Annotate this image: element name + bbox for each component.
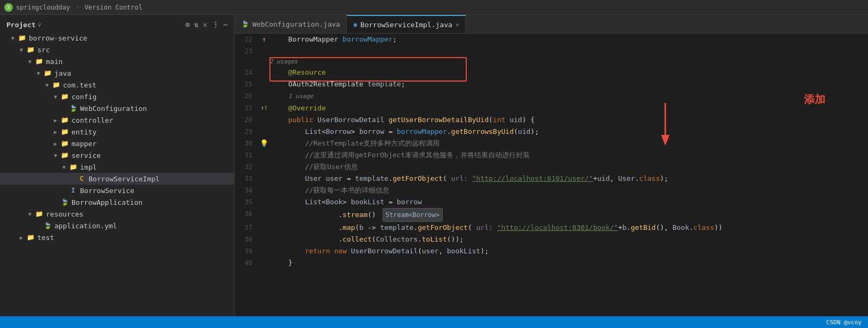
sidebar-item-com-test[interactable]: ▼ 📁 com.test <box>0 79 234 91</box>
sidebar-item-application-yml[interactable]: 🍃 application.yml <box>0 220 234 231</box>
sidebar-item-resources[interactable]: ▼ 📁 resources <box>0 208 234 220</box>
sidebar-label-controller: controller <box>71 116 113 124</box>
code-content-39: return new UserBorrowDetail(user, bookLi… <box>269 245 868 257</box>
minimize-icon[interactable]: − <box>224 20 228 29</box>
code-line-27: 27 ↑! @Override <box>235 102 868 114</box>
sidebar-title: Project <box>6 21 36 29</box>
tab-web-configuration[interactable]: 🍃 WebConfiguration.java <box>235 15 347 33</box>
sidebar-item-service[interactable]: ▼ 📁 service <box>0 149 234 161</box>
add-icon[interactable]: ⊕ <box>185 20 189 29</box>
tab-java-icon-borrow-impl: ◉ <box>353 21 357 28</box>
sidebar-label-web-configuration: WebConfiguration <box>80 105 147 113</box>
code-content-27: @Override <box>269 102 868 114</box>
sidebar-item-controller[interactable]: ▶ 📁 controller <box>0 114 234 126</box>
code-block-24-25: 2 usages 24 @Resource 25 OAuth2RestTempl… <box>235 57 868 90</box>
sidebar-item-borrow-service[interactable]: ▼ 📁 borrow-service <box>0 32 234 44</box>
status-bar: CSDN @vcoy <box>0 316 868 328</box>
project-name: springcloudday <box>16 4 70 11</box>
sidebar-label-java: java <box>54 69 71 77</box>
folder-icon-mapper: 📁 <box>60 139 69 148</box>
code-line-36: 36 .stream() Stream<Borrow> <box>235 208 868 222</box>
code-content-35: List<Book> bookList = borrow <box>269 196 868 208</box>
code-content-40: } <box>269 257 868 269</box>
top-bar-left: S springcloudday · Version Control <box>4 3 142 12</box>
code-line-24: 24 @Resource <box>235 67 868 78</box>
folder-icon-impl: 📁 <box>68 162 78 172</box>
sidebar-item-main[interactable]: ▼ 📁 main <box>0 55 234 67</box>
code-area: 🍃 WebConfiguration.java ◉ BorrowServiceI… <box>235 15 868 316</box>
tab-label-web-config: WebConfiguration.java <box>252 20 340 28</box>
sidebar-label-application-yml: application.yml <box>54 222 117 230</box>
sidebar-item-borrow-service-impl[interactable]: C BorrowServiceImpl <box>0 173 234 185</box>
project-sidebar[interactable]: Project ∨ ⊕ ⇅ ✕ ⋮ − ▼ 📁 borrow-service ▼… <box>0 15 235 316</box>
code-content-33: User user = template.getForObject( url: … <box>269 173 868 185</box>
code-line-22: 22 ↑ BorrowMapper borrowMapper; <box>235 34 868 45</box>
code-content-26: 1 usage <box>269 90 868 102</box>
red-arrow <box>659 103 672 147</box>
sidebar-label-impl: impl <box>80 163 97 171</box>
code-content-22: BorrowMapper borrowMapper; <box>269 34 868 45</box>
usages-hint-2: 2 usages <box>235 57 868 67</box>
sidebar-item-impl[interactable]: ▼ 📁 impl <box>0 161 234 173</box>
code-content[interactable]: 添加 22 ↑ BorrowMapper borrowMapper; 23 <box>235 34 868 316</box>
code-line-31: 31 //这里通过调用getForObject来请求其他服务，并将结果自动进行封… <box>235 149 868 161</box>
iface-icon-borrow-service: I <box>68 186 78 195</box>
code-content-28: public UserBorrowDetail getUserBorrowDet… <box>269 114 868 126</box>
close-icon[interactable]: ✕ <box>203 20 207 29</box>
folder-icon-src: 📁 <box>26 45 35 54</box>
sidebar-item-borrow-application[interactable]: 🍃 BorrowApplication <box>0 196 234 208</box>
sidebar-label-borrow-service-impl: BorrowServiceImpl <box>89 175 160 183</box>
code-content-36: .stream() Stream<Borrow> <box>269 208 868 222</box>
sidebar-label-src: src <box>37 46 50 54</box>
top-bar: S springcloudday · Version Control <box>0 0 868 15</box>
folder-icon-controller: 📁 <box>60 115 69 125</box>
sidebar-item-web-configuration[interactable]: 🍃 WebConfiguration <box>0 102 234 114</box>
code-line-23: 23 <box>235 45 868 57</box>
sidebar-item-config[interactable]: ▼ 📁 config <box>0 91 234 102</box>
sidebar-label-config: config <box>71 93 97 101</box>
code-line-35: 35 List<Book> bookList = borrow <box>235 196 868 208</box>
folder-icon-test: 📁 <box>26 233 35 242</box>
sidebar-item-entity[interactable]: ▶ 📁 entity <box>0 126 234 138</box>
java-icon-borrow-impl: C <box>77 174 86 183</box>
code-line-25: 25 OAuth2RestTemplate template; <box>235 78 868 90</box>
code-content-31: //这里通过调用getForObject来请求其他服务，并将结果自动进行封装 <box>269 149 868 161</box>
more-icon[interactable]: ⋮ <box>212 20 219 29</box>
sidebar-header-icons: ⊕ ⇅ ✕ ⋮ − <box>185 20 228 29</box>
tab-spring-icon-web-config: 🍃 <box>241 20 249 28</box>
lightbulb-icon-30[interactable]: 💡 <box>260 138 268 149</box>
sidebar-label-test: test <box>37 234 54 242</box>
code-line-28: 28 public UserBorrowDetail getUserBorrow… <box>235 114 868 126</box>
sidebar-item-mapper[interactable]: ▶ 📁 mapper <box>0 138 234 149</box>
code-line-38: 38 .collect(Collectors.toList()); <box>235 234 868 245</box>
sidebar-label-main: main <box>46 58 62 66</box>
folder-icon-config: 📁 <box>60 92 69 101</box>
folder-icon-resources: 📁 <box>34 209 44 219</box>
sidebar-item-borrow-service-iface[interactable]: I BorrowService <box>0 185 234 196</box>
code-line-34: 34 //获取每一本书的详细信息 <box>235 185 868 196</box>
tab-close-borrow-impl[interactable]: ✕ <box>456 21 459 28</box>
sidebar-header: Project ∨ ⊕ ⇅ ✕ ⋮ − <box>0 17 234 32</box>
tab-label-borrow-impl: BorrowServiceImpl.java <box>361 21 452 29</box>
sidebar-item-test[interactable]: ▶ 📁 test <box>0 231 234 243</box>
credit-text: CSDN @vcoy <box>826 319 862 326</box>
code-content-24: @Resource <box>269 67 868 78</box>
sidebar-label-borrow-application: BorrowApplication <box>71 198 142 206</box>
code-content-29: List<Borrow> borrow = borrowMapper.getBo… <box>269 126 868 138</box>
sidebar-item-src[interactable]: ▼ 📁 src <box>0 44 234 55</box>
sync-icon[interactable]: ⇅ <box>194 20 198 29</box>
gutter-override-22: ↑ <box>262 34 266 45</box>
tab-borrow-service-impl[interactable]: ◉ BorrowServiceImpl.java ✕ <box>347 15 466 33</box>
code-line-40: 40 } <box>235 257 868 269</box>
folder-icon-entity: 📁 <box>60 127 69 137</box>
sidebar-item-java[interactable]: ▼ 📁 java <box>0 67 234 79</box>
tabs-bar: 🍃 WebConfiguration.java ◉ BorrowServiceI… <box>235 15 868 34</box>
code-line-26: 26 1 usage <box>235 90 868 102</box>
sidebar-label-service: service <box>71 151 101 159</box>
sidebar-label-borrow-service: borrow-service <box>29 34 87 42</box>
spring-icon-web-config: 🍃 <box>68 103 78 113</box>
spring-icon-borrow-app: 🍃 <box>60 197 69 207</box>
folder-icon-java: 📁 <box>43 68 52 78</box>
sidebar-label-entity: entity <box>71 128 97 136</box>
sidebar-label-borrow-service-iface: BorrowService <box>80 187 134 195</box>
